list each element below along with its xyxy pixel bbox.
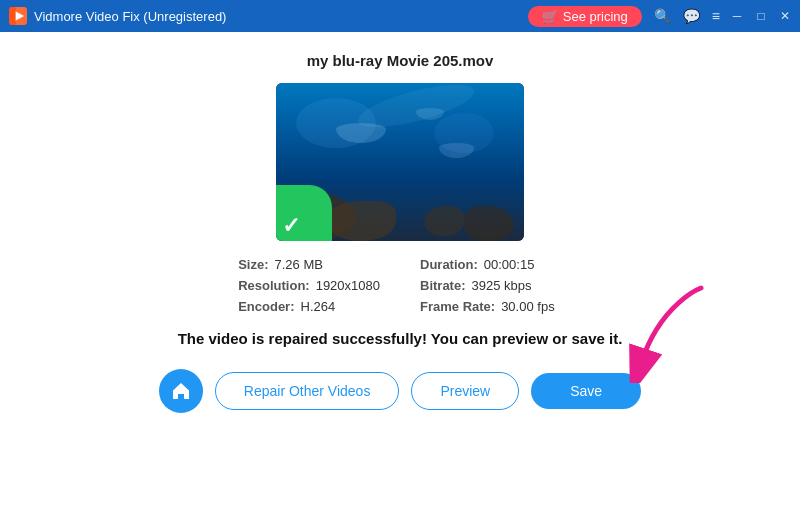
meta-framerate: Frame Rate: 30.00 fps xyxy=(420,299,562,314)
arrow-annotation xyxy=(611,283,721,387)
minimize-button[interactable]: ─ xyxy=(730,9,744,23)
resolution-value: 1920x1080 xyxy=(316,278,380,293)
chat-icon[interactable]: 💬 xyxy=(683,8,700,24)
meta-bitrate: Bitrate: 3925 kbps xyxy=(420,278,562,293)
meta-duration: Duration: 00:00:15 xyxy=(420,257,562,272)
pointing-arrow xyxy=(611,283,721,383)
menu-icon[interactable]: ≡ xyxy=(712,8,720,24)
save-button[interactable]: Save xyxy=(531,373,641,409)
preview-button[interactable]: Preview xyxy=(411,372,519,410)
repair-other-videos-button[interactable]: Repair Other Videos xyxy=(215,372,400,410)
title-bar: Vidmore Video Fix (Unregistered) 🛒 See p… xyxy=(0,0,800,32)
close-button[interactable]: ✕ xyxy=(778,9,792,23)
check-icon: ✓ xyxy=(282,215,300,237)
home-button[interactable] xyxy=(159,369,203,413)
success-badge: ✓ xyxy=(276,185,332,241)
video-metadata: Size: 7.26 MB Duration: 00:00:15 Resolut… xyxy=(238,257,562,314)
app-logo xyxy=(8,6,28,26)
title-bar-controls: 🔍 💬 ≡ xyxy=(654,8,720,24)
meta-size: Size: 7.26 MB xyxy=(238,257,380,272)
see-pricing-button[interactable]: 🛒 See pricing xyxy=(528,6,642,27)
save-button-container: Save xyxy=(531,373,641,409)
window-controls: ─ □ ✕ xyxy=(730,9,792,23)
meta-resolution: Resolution: 1920x1080 xyxy=(238,278,380,293)
encoder-value: H.264 xyxy=(301,299,336,314)
pricing-label: See pricing xyxy=(563,9,628,24)
duration-label: Duration: xyxy=(420,257,478,272)
action-buttons: Repair Other Videos Preview Save xyxy=(159,369,641,413)
bitrate-label: Bitrate: xyxy=(420,278,466,293)
video-thumbnail: ✓ xyxy=(276,83,524,241)
cart-icon: 🛒 xyxy=(542,9,558,24)
encoder-label: Encoder: xyxy=(238,299,294,314)
framerate-value: 30.00 fps xyxy=(501,299,555,314)
svg-rect-2 xyxy=(9,7,16,25)
success-message: The video is repaired successfully! You … xyxy=(178,330,623,347)
meta-encoder: Encoder: H.264 xyxy=(238,299,380,314)
file-name: my blu-ray Movie 205.mov xyxy=(307,52,494,69)
main-content: my blu-ray Movie 205.mov ✓ Size: 7.26 M xyxy=(0,32,800,518)
home-icon xyxy=(170,380,192,402)
size-value: 7.26 MB xyxy=(275,257,323,272)
maximize-button[interactable]: □ xyxy=(754,9,768,23)
size-label: Size: xyxy=(238,257,268,272)
search-icon[interactable]: 🔍 xyxy=(654,8,671,24)
resolution-label: Resolution: xyxy=(238,278,310,293)
app-title: Vidmore Video Fix (Unregistered) xyxy=(34,9,528,24)
duration-value: 00:00:15 xyxy=(484,257,535,272)
bitrate-value: 3925 kbps xyxy=(472,278,532,293)
framerate-label: Frame Rate: xyxy=(420,299,495,314)
